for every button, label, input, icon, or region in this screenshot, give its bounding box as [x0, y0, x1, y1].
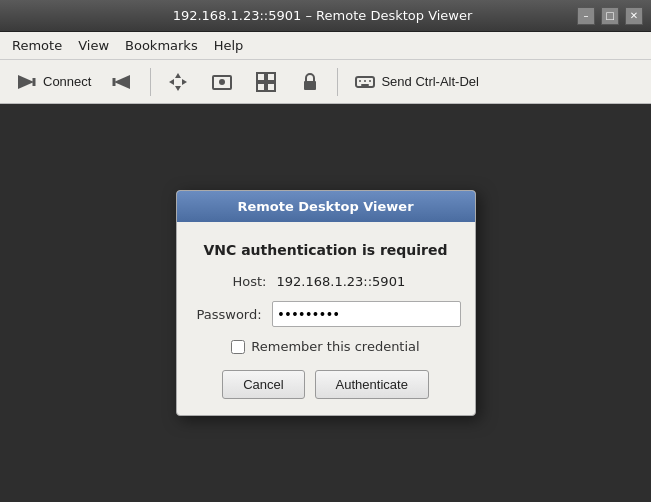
toolbar-separator-2 — [337, 68, 338, 96]
disconnect-button[interactable] — [102, 65, 144, 99]
host-row: Host: 192.168.1.23::5901 — [197, 274, 455, 289]
menu-bar: Remote View Bookmarks Help — [0, 32, 651, 60]
svg-point-9 — [219, 79, 225, 85]
lock-button[interactable] — [289, 65, 331, 99]
password-input[interactable] — [272, 301, 461, 327]
close-button[interactable]: ✕ — [625, 7, 643, 25]
connect-label: Connect — [43, 74, 91, 89]
remember-label: Remember this credential — [251, 339, 419, 354]
authenticate-button[interactable]: Authenticate — [315, 370, 429, 399]
svg-rect-13 — [267, 83, 275, 91]
svg-marker-0 — [18, 75, 34, 89]
auth-dialog: Remote Desktop Viewer VNC authentication… — [176, 190, 476, 416]
menu-remote[interactable]: Remote — [4, 34, 70, 57]
menu-view[interactable]: View — [70, 34, 117, 57]
screenshot-icon — [210, 70, 234, 94]
send-ctrl-alt-del-button[interactable]: Send Ctrl-Alt-Del — [344, 65, 488, 99]
move-icon — [166, 70, 190, 94]
move-button[interactable] — [157, 65, 199, 99]
svg-rect-14 — [304, 81, 316, 90]
svg-marker-7 — [182, 79, 187, 85]
svg-marker-6 — [169, 79, 174, 85]
svg-rect-11 — [267, 73, 275, 81]
send-ctrl-alt-del-label: Send Ctrl-Alt-Del — [381, 74, 479, 89]
svg-rect-12 — [257, 83, 265, 91]
svg-rect-10 — [257, 73, 265, 81]
maximize-button[interactable]: □ — [601, 7, 619, 25]
fullscreen-button[interactable] — [245, 65, 287, 99]
password-label: Password: — [197, 307, 272, 322]
toolbar: Connect — [0, 60, 651, 104]
keyboard-icon — [353, 70, 377, 94]
toolbar-separator-1 — [150, 68, 151, 96]
fullscreen-icon — [254, 70, 278, 94]
remember-checkbox[interactable] — [231, 340, 245, 354]
connect-button[interactable]: Connect — [6, 65, 100, 99]
cancel-button[interactable]: Cancel — [222, 370, 304, 399]
svg-marker-5 — [175, 86, 181, 91]
dialog-title: Remote Desktop Viewer — [237, 199, 413, 214]
window-title: 192.168.1.23::5901 – Remote Desktop View… — [68, 8, 577, 23]
menu-help[interactable]: Help — [206, 34, 252, 57]
host-value: 192.168.1.23::5901 — [277, 274, 406, 289]
password-row: Password: — [197, 301, 455, 327]
remember-row: Remember this credential — [197, 339, 455, 354]
disconnect-icon — [111, 70, 135, 94]
title-bar-buttons: – □ ✕ — [577, 7, 643, 25]
connect-icon — [15, 70, 39, 94]
dialog-buttons: Cancel Authenticate — [197, 370, 455, 399]
title-bar: 192.168.1.23::5901 – Remote Desktop View… — [0, 0, 651, 32]
dialog-message: VNC authentication is required — [197, 242, 455, 258]
dialog-body: VNC authentication is required Host: 192… — [177, 222, 475, 415]
screenshot-button[interactable] — [201, 65, 243, 99]
dialog-titlebar: Remote Desktop Viewer — [177, 191, 475, 222]
host-label: Host: — [197, 274, 277, 289]
menu-bookmarks[interactable]: Bookmarks — [117, 34, 206, 57]
svg-marker-2 — [114, 75, 130, 89]
svg-marker-4 — [175, 73, 181, 78]
lock-icon — [298, 70, 322, 94]
minimize-button[interactable]: – — [577, 7, 595, 25]
main-content: Remote Desktop Viewer VNC authentication… — [0, 104, 651, 502]
